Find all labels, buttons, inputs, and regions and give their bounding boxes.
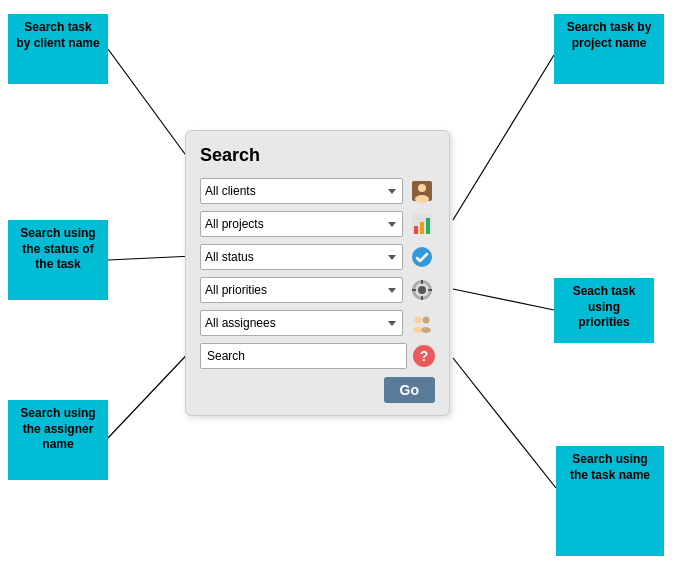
status-icon	[409, 244, 435, 270]
svg-point-7	[418, 184, 426, 192]
svg-point-23	[423, 317, 430, 324]
search-panel: Search All clients All projects	[185, 130, 450, 416]
tooltip-assignee: Search using the assigner name	[8, 400, 108, 480]
projects-row: All projects	[200, 211, 435, 237]
svg-rect-12	[426, 218, 430, 234]
svg-point-24	[421, 327, 431, 333]
tooltip-taskname: Search using the task name	[556, 446, 664, 556]
projects-icon	[409, 211, 435, 237]
svg-rect-11	[420, 222, 424, 234]
clients-select[interactable]: All clients	[200, 178, 403, 204]
svg-point-8	[415, 195, 429, 203]
panel-title: Search	[200, 145, 435, 166]
svg-point-13	[412, 247, 432, 267]
projects-select[interactable]: All projects	[200, 211, 403, 237]
clients-row: All clients	[200, 178, 435, 204]
priorities-icon	[409, 277, 435, 303]
search-input[interactable]	[200, 343, 407, 369]
svg-rect-10	[414, 226, 418, 234]
status-row: All status	[200, 244, 435, 270]
svg-line-5	[453, 358, 556, 488]
search-text-row: ?	[200, 343, 435, 369]
go-button[interactable]: Go	[384, 377, 435, 403]
tooltip-client: Search task by client name	[8, 14, 108, 84]
tooltip-project: Search task by project name	[554, 14, 664, 84]
tooltip-priority: Seach task using priorities	[554, 278, 654, 343]
status-select[interactable]: All status	[200, 244, 403, 270]
assignees-icon	[409, 310, 435, 336]
svg-line-1	[453, 55, 554, 220]
clients-icon	[409, 178, 435, 204]
tooltip-status: Search using the status of the task	[8, 220, 108, 300]
svg-line-3	[453, 289, 554, 310]
svg-point-16	[418, 286, 426, 294]
svg-point-21	[415, 317, 422, 324]
search-help-icon: ?	[413, 345, 435, 367]
priorities-select[interactable]: All priorities	[200, 277, 403, 303]
assignees-row: All assignees	[200, 310, 435, 336]
assignees-select[interactable]: All assignees	[200, 310, 403, 336]
priorities-row: All priorities	[200, 277, 435, 303]
